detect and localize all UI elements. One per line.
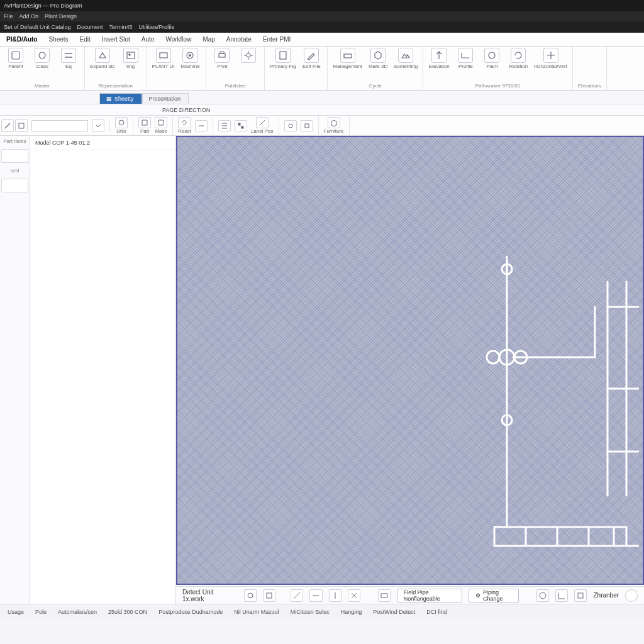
tool-m2[interactable] (301, 120, 313, 131)
rbtn-expand3d[interactable]: Expand 3D (90, 48, 115, 69)
app-title: AVPlantDesign — Pro Diagram (4, 3, 82, 9)
tree-panel[interactable]: Model COP 1-45 01.2 (30, 136, 176, 604)
tab-pid[interactable]: PI&D/Auto (5, 35, 38, 44)
rbtn-elevation[interactable]: Elevation (428, 48, 450, 69)
title-bar: AVPlantDesign — Pro Diagram (0, 0, 644, 11)
qa-combo[interactable] (31, 120, 88, 131)
rbtn-management[interactable]: Management (333, 48, 362, 69)
tool-b[interactable] (235, 120, 247, 131)
ribbon: Parent Class Eq Master Expand 3D Img Rep… (0, 47, 644, 91)
footer-pipe-btn[interactable]: Field Pipe Nonflangeable (397, 589, 462, 602)
rbtn-profile[interactable]: Profile (455, 48, 476, 69)
tab-edit[interactable]: Edit (79, 35, 92, 44)
sub-tab-bar: ▦ Sheetty Presentation (0, 91, 644, 104)
footer-ic-1[interactable] (244, 589, 257, 602)
tool-reset[interactable]: Reset (178, 117, 191, 134)
footer-toggle[interactable] (625, 589, 638, 602)
tab-workflow[interactable]: Workflow (164, 35, 192, 44)
menu-util[interactable]: Utilities/Profile (139, 24, 175, 30)
footer-ic-8[interactable] (536, 589, 549, 602)
toolgrp-reset: Reset (173, 116, 213, 135)
rbtn-rotation[interactable]: Rotation (508, 48, 529, 69)
gear-icon: ⚙ (475, 592, 480, 599)
status-pole: Pole (35, 609, 47, 615)
drawing-canvas[interactable] (176, 136, 644, 585)
subtab-sheet[interactable]: ▦ Sheetty (99, 93, 142, 104)
menu-termin[interactable]: Termin45 (109, 24, 133, 30)
group-label: Pathworker 5730/01 (428, 83, 567, 90)
rbtn-eq[interactable]: Eq (58, 48, 79, 69)
subtab-presentation[interactable]: Presentation (142, 93, 189, 104)
svg-point-14 (119, 120, 124, 125)
group-label: Elevations (578, 83, 601, 90)
toolgrp-furniture: Furniture (319, 116, 350, 135)
rbtn-something[interactable]: Something (394, 48, 418, 69)
tab-annotate[interactable]: Annotate (225, 35, 253, 44)
qa-btn-1[interactable] (1, 119, 14, 132)
ribbon-group-elev: Elevations (573, 47, 607, 90)
workspace: Part Items Iclbl Model COP 1-45 01.2 (0, 136, 644, 604)
rbtn-hv[interactable]: Horizontal/Vert (534, 48, 567, 69)
footer-ic-6[interactable] (348, 589, 360, 602)
footer-ic-2[interactable] (263, 589, 275, 602)
footer-ic-5[interactable] (329, 589, 341, 602)
tree-root[interactable]: Model COP 1-45 01.2 (30, 136, 175, 150)
footer-ic-7[interactable] (378, 589, 391, 602)
rbtn-gear[interactable] (238, 48, 259, 69)
svg-rect-17 (242, 126, 243, 128)
tool-mask[interactable]: Mask (155, 117, 167, 134)
qa-dropdown[interactable] (92, 119, 104, 132)
footer-piping-btn[interactable]: ⚙ Piping Change (469, 589, 519, 602)
subtab-label: Presentation (149, 96, 181, 102)
svg-point-41 (248, 593, 253, 598)
rbtn-primaryfig[interactable]: Primary Fig (270, 48, 296, 69)
schematic-drawing (450, 231, 639, 584)
sheet-icon: ▦ (106, 96, 112, 102)
svg-rect-43 (381, 594, 387, 597)
menu-document[interactable]: Document (77, 24, 103, 30)
tool-a[interactable] (218, 120, 231, 131)
tool-furn[interactable]: Furniture (324, 117, 344, 134)
rbtn-mark3d[interactable]: Mark 3D (367, 48, 389, 69)
svg-point-6 (189, 55, 191, 57)
menu-addon[interactable]: Add On (19, 13, 39, 19)
tool-util[interactable]: Utils (115, 117, 128, 134)
rbtn-plantui[interactable]: PLANT UI (152, 48, 175, 69)
menu-file[interactable]: File (4, 13, 13, 19)
rbtn-machine[interactable]: Machine (179, 48, 201, 69)
footer-ic-3[interactable] (291, 589, 303, 602)
qa-btn-2[interactable] (15, 119, 28, 132)
tool-reset2[interactable] (195, 120, 208, 131)
tool-labelpas[interactable]: Label Pas (251, 117, 274, 134)
status-postwind: PostWind Detect (373, 609, 415, 615)
svg-rect-0 (12, 52, 19, 59)
tab-map[interactable]: Map (201, 35, 216, 44)
svg-rect-2 (127, 52, 135, 58)
footer-ic-9[interactable] (555, 589, 568, 602)
footer-ic-10[interactable] (574, 589, 587, 602)
rbtn-editfile[interactable]: Edit File (301, 48, 322, 69)
tab-auto[interactable]: Auto (140, 35, 156, 44)
menu-catalog[interactable]: Set of Default Unit Catalog (4, 24, 71, 30)
rbtn-plant[interactable]: Plant (481, 48, 502, 69)
tool-m1[interactable] (284, 120, 297, 131)
rbtn-class[interactable]: Class (31, 48, 53, 69)
status-nil: Nil Unarm Mazool (234, 609, 279, 615)
rbtn-print[interactable]: Print (211, 48, 233, 69)
rbtn-parent[interactable]: Parent (5, 48, 26, 69)
footer-ic-4[interactable] (309, 589, 322, 602)
side-btn-2[interactable] (1, 179, 28, 192)
tab-sheets[interactable]: Sheets (47, 35, 69, 44)
tab-enterpmi[interactable]: Enter PMI (262, 35, 292, 44)
ribbon-group-master: Parent Class Eq Master (0, 47, 85, 90)
status-usage: Usage (8, 609, 24, 615)
rbtn-img[interactable]: Img (120, 48, 142, 69)
svg-rect-35 (494, 527, 626, 546)
tab-insert[interactable]: Insert Slot (101, 35, 131, 44)
quick-access (1, 119, 110, 132)
menu-plant[interactable]: Plant Design (45, 13, 77, 19)
svg-point-44 (540, 592, 546, 599)
tool-patt[interactable]: Patt (138, 117, 151, 134)
side-btn-1[interactable] (1, 149, 28, 163)
group-label (270, 89, 322, 90)
